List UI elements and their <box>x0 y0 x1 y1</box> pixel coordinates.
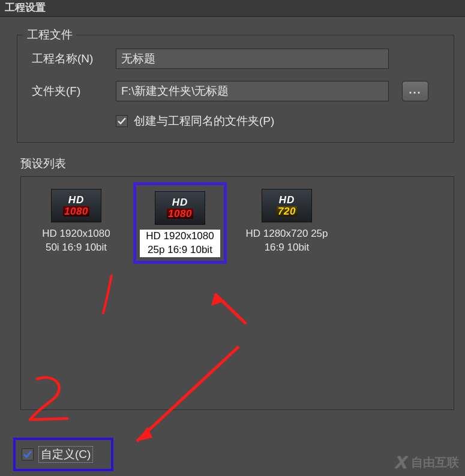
preset-caption: HD 1920x1080 25p 16:9 10bit <box>140 230 220 257</box>
preset-item-hd720-25p[interactable]: HD 720 HD 1280x720 25p 16:9 10bit <box>240 185 334 255</box>
dialog-content: 工程文件 工程名称(N) 文件夹(F) ... 创建与工程同名的文件夹(P) 预… <box>0 35 465 410</box>
project-file-legend: 工程文件 <box>23 27 76 43</box>
project-name-input[interactable] <box>116 49 389 69</box>
preset-caption-line1: HD 1920x1080 <box>42 228 110 239</box>
hd-badge-text: HD <box>68 195 85 205</box>
custom-checkbox[interactable] <box>22 448 34 460</box>
folder-label: 文件夹(F) <box>32 83 116 99</box>
create-folder-checkbox-wrap[interactable]: 创建与工程同名的文件夹(P) <box>116 113 274 129</box>
preset-caption-line1: HD 1280x720 25p <box>245 228 328 239</box>
preset-icon-hd1080: HD 1080 <box>51 189 101 222</box>
hd-badge-text: HD <box>279 195 295 205</box>
resolution-badge: 1080 <box>63 206 89 216</box>
window-title: 工程设置 <box>0 0 465 17</box>
preset-caption-line2: 50i 16:9 10bit <box>46 242 107 253</box>
preset-caption-line1: HD 1920x1080 <box>146 230 214 242</box>
folder-row: 文件夹(F) ... <box>32 81 443 101</box>
svg-marker-3 <box>137 427 152 441</box>
watermark-logo-icon: X <box>395 452 407 472</box>
project-name-row: 工程名称(N) <box>32 49 443 69</box>
browse-button[interactable]: ... <box>402 81 428 101</box>
preset-item-hd1080-50i[interactable]: HD 1080 HD 1920x1080 50i 16:9 10bit <box>29 185 123 255</box>
create-folder-checkbox[interactable] <box>116 115 128 127</box>
resolution-badge: 720 <box>277 206 297 216</box>
create-folder-row: 创建与工程同名的文件夹(P) <box>116 113 443 129</box>
project-file-group: 工程文件 工程名称(N) 文件夹(F) ... 创建与工程同名的文件夹(P) <box>17 35 454 143</box>
preset-icon-hd720: HD 720 <box>262 189 312 222</box>
watermark: X 自由互联 <box>395 452 459 472</box>
watermark-text: 自由互联 <box>411 454 459 471</box>
preset-caption-line2: 16:9 10bit <box>265 242 310 253</box>
custom-label: 自定义(C) <box>38 446 93 463</box>
create-folder-label: 创建与工程同名的文件夹(P) <box>134 113 274 129</box>
preset-icon-hd1080: HD 1080 <box>155 191 205 225</box>
check-icon <box>117 116 127 126</box>
folder-input[interactable] <box>116 81 389 101</box>
resolution-badge: 1080 <box>167 209 193 219</box>
check-icon <box>23 450 32 459</box>
preset-list-label: 预设列表 <box>20 156 465 171</box>
preset-caption-line2: 25p 16:9 10bit <box>148 244 212 255</box>
preset-list-panel: HD 1080 HD 1920x1080 50i 16:9 10bit HD 1… <box>20 176 454 410</box>
custom-checkbox-highlight: 自定义(C) <box>13 438 113 471</box>
preset-caption: HD 1920x1080 50i 16:9 10bit <box>29 227 123 255</box>
preset-item-hd1080-25p[interactable]: HD 1080 HD 1920x1080 25p 16:9 10bit <box>133 182 227 264</box>
preset-caption: HD 1280x720 25p 16:9 10bit <box>240 227 334 255</box>
project-name-label: 工程名称(N) <box>32 51 116 67</box>
hd-badge-text: HD <box>172 197 188 207</box>
